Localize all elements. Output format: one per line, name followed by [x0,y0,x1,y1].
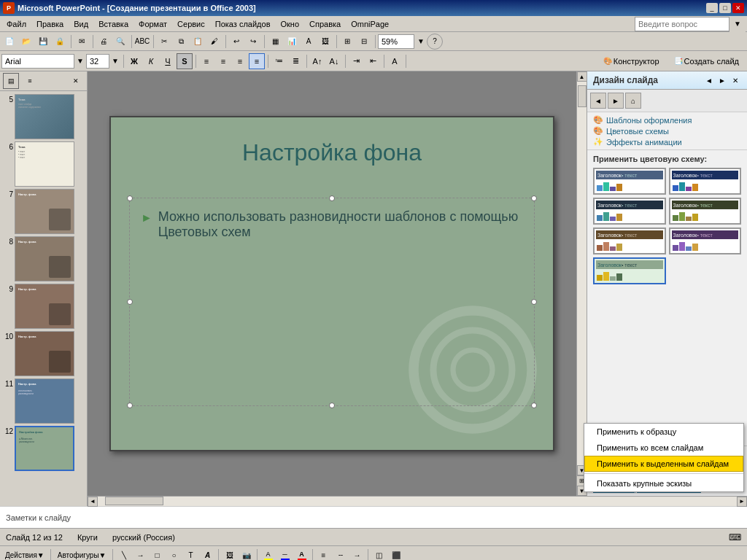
color-schemes-link[interactable]: 🎨 Цветовые схемы [593,126,741,136]
font-selector[interactable] [1,54,74,69]
line-tool[interactable]: ╲ [116,548,132,561]
handle-br[interactable] [531,402,537,408]
numbering-button[interactable]: ≔ [271,53,287,69]
shadow-style-button[interactable]: ◫ [371,548,387,561]
bullets-button[interactable]: ≣ [287,53,303,69]
underline-button[interactable]: Ч [160,53,176,69]
design-panel-back-icon[interactable]: ◄ [703,74,715,86]
slide-thumb-11[interactable]: 11 Настр. фона использоватьразновидности [3,378,84,424]
insert-wordart[interactable]: A [301,34,317,50]
scroll-h-thumb[interactable] [105,497,163,505]
slide-thumb-9[interactable]: 9 Настр. фона [3,284,84,329]
dash-style-button[interactable]: ╌ [333,548,349,561]
actions-button[interactable]: Действия▼ [1,548,48,561]
context-item-apply-all[interactable]: Применить ко всем слайдам [584,440,743,456]
scroll-thumb[interactable] [578,85,587,107]
permission-button[interactable]: 🔒 [52,34,68,50]
paste-button[interactable]: 📋 [190,34,206,50]
outline-tab[interactable]: ≡ [22,73,38,89]
context-item-apply-template[interactable]: Применить к образцу [584,424,743,440]
slide-thumb-12[interactable]: 12 Настройка фона ►Можно исп.разновиднос… [3,426,84,471]
clip-art-tool[interactable]: 🖼 [222,548,238,561]
shadow-button[interactable]: S [177,53,193,69]
print-button[interactable]: 🖨 [96,34,112,50]
handle-mr[interactable] [531,299,537,305]
menu-edit[interactable]: Правка [31,18,69,31]
search-input[interactable] [635,17,729,31]
scheme-item-6[interactable]: Заголовок• текст [669,228,742,254]
scheme-item-2[interactable]: Заголовок• текст [669,168,742,195]
slides-tab[interactable]: ▤ [3,73,19,89]
copy-button[interactable]: ⧉ [173,34,189,50]
design-panel-forward-icon[interactable]: ► [716,74,728,86]
slide-content-box[interactable]: ► Можно использовать разновидности шабло… [129,198,535,406]
3d-style-button[interactable]: ⬛ [388,548,404,561]
decrease-indent-button[interactable]: ⇤ [365,53,381,69]
konstruktor-button[interactable]: 🎨 Конструктор [597,55,666,68]
handle-ml[interactable] [127,299,133,305]
panel-close[interactable]: ✕ [68,73,84,89]
slide-thumb-7[interactable]: 7 Настр. фона [3,189,84,234]
font-color-button[interactable]: A [387,53,403,69]
templates-link[interactable]: 🎨 Шаблоны оформления [593,115,741,125]
search-dropdown-button[interactable]: ▼ [729,16,746,32]
create-slide-button[interactable]: 📑 Создать слайд [667,55,746,68]
slide-thumb-8[interactable]: 8 Настр. фона [3,236,84,281]
line-color-button[interactable]: ─ [277,548,293,561]
handle-bl[interactable] [127,402,133,408]
align-left-button[interactable]: ≡ [198,53,214,69]
handle-tl[interactable] [127,195,133,201]
slide-thumb-5[interactable]: 5 Тема текст слайдаописание содержания [3,94,84,139]
menu-omnipage[interactable]: OmniPage [346,18,394,31]
design-panel-close-icon[interactable]: ✕ [729,74,741,86]
align-center-button[interactable]: ≡ [215,53,231,69]
format-painter[interactable]: 🖌 [206,34,222,50]
help-button[interactable]: ? [427,34,443,50]
arrow-style-button[interactable]: → [349,548,365,561]
scheme-item-4[interactable]: Заголовок• текст [669,198,742,225]
maximize-button[interactable]: □ [719,3,731,13]
autoshapes-button[interactable]: Автофигуры▼ [54,548,110,561]
scroll-left-button[interactable]: ◄ [88,497,98,507]
insert-chart[interactable]: 📊 [284,34,300,50]
minimize-button[interactable]: _ [706,3,718,13]
insert-table[interactable]: ▦ [267,34,283,50]
design-nav-forward[interactable]: ► [608,93,624,109]
font-color-draw-button[interactable]: A [294,548,310,561]
new-button[interactable]: 📄 [1,34,18,50]
context-item-apply-selected[interactable]: Применить к выделенным слайдам [584,456,743,472]
collapse-button[interactable]: ⊟ [356,34,372,50]
scheme-item-3[interactable]: Заголовок• текст [593,198,666,225]
animation-effects-link[interactable]: ✨ Эффекты анимации [593,137,741,147]
menu-window[interactable]: Окно [276,18,305,31]
design-nav-back[interactable]: ◄ [590,93,606,109]
undo-button[interactable]: ↩ [228,34,244,50]
handle-tm[interactable] [329,195,335,201]
italic-button[interactable]: К [143,53,159,69]
expand-button[interactable]: ⊞ [339,34,355,50]
scheme-item-1[interactable]: Заголовок• текст [593,168,666,195]
slide-thumb-10[interactable]: 10 Настр. фона [3,331,84,376]
increase-font-button[interactable]: A↑ [309,53,325,69]
insert-picture[interactable]: 🖼 [317,34,333,50]
spellcheck-button[interactable]: ABC [134,34,150,50]
menu-slideshow[interactable]: Показ слайдов [210,18,276,31]
menu-view[interactable]: Вид [69,18,93,31]
arrow-tool[interactable]: → [133,548,149,561]
fontsize-input[interactable] [86,54,109,69]
fontsize-dropdown[interactable]: ▼ [110,53,120,69]
context-item-show-large[interactable]: Показать крупные эскизы [584,475,743,491]
scheme-item-7[interactable]: Заголовок• текст [593,257,666,284]
open-button[interactable]: 📂 [18,34,34,50]
scroll-up-button[interactable]: ▲ [577,71,587,82]
font-dropdown[interactable]: ▼ [75,53,85,69]
close-button[interactable]: ✕ [732,3,744,13]
justify-button[interactable]: ≡ [249,53,265,69]
handle-bm[interactable] [329,402,335,408]
handle-tr[interactable] [531,195,537,201]
line-style-button[interactable]: ≡ [316,548,332,561]
wordart-tool[interactable]: A [200,548,216,561]
menu-insert[interactable]: Вставка [93,18,133,31]
decrease-font-button[interactable]: A↓ [326,53,342,69]
preview-button[interactable]: 🔍 [112,34,128,50]
